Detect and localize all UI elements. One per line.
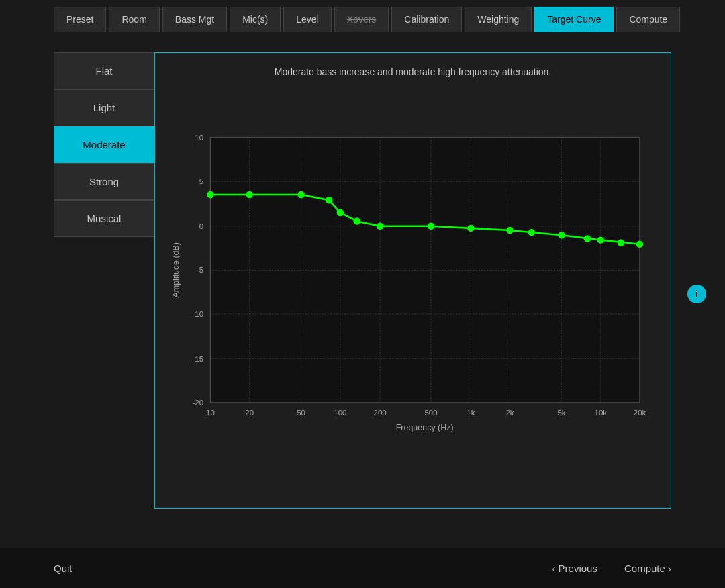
svg-text:Amplitude (dB): Amplitude (dB) (171, 242, 181, 297)
compute-button[interactable]: Compute › (624, 562, 671, 574)
svg-text:50: 50 (297, 409, 305, 417)
sidebar-item-light[interactable]: Light (54, 89, 154, 126)
preset-sidebar: Flat Light Moderate Strong Musical (54, 52, 154, 509)
svg-point-41 (297, 191, 304, 198)
svg-text:100: 100 (334, 409, 346, 417)
svg-point-45 (377, 223, 383, 230)
svg-text:10: 10 (206, 409, 215, 417)
svg-text:20k: 20k (634, 409, 646, 417)
svg-text:Frequency (Hz): Frequency (Hz) (396, 424, 454, 433)
svg-text:20: 20 (245, 409, 254, 417)
svg-text:-10: -10 (192, 310, 203, 318)
nav-tab-bass-mgt[interactable]: Bass Mgt (162, 7, 227, 32)
nav-tab-target-curve[interactable]: Target Curve (534, 7, 614, 32)
svg-point-54 (636, 241, 643, 248)
sidebar-item-strong[interactable]: Strong (54, 163, 154, 200)
quit-button[interactable]: Quit (54, 562, 72, 574)
nav-tab-preset[interactable]: Preset (54, 7, 106, 32)
nav-tab-compute[interactable]: Compute (616, 7, 680, 32)
svg-point-47 (467, 225, 474, 232)
nav-tab-level[interactable]: Level (283, 7, 331, 32)
sidebar-item-flat[interactable]: Flat (54, 52, 154, 89)
chart-wrapper: 10 5 0 -5 -10 -15 -20 Amplitude (dB) 10 … (168, 87, 657, 495)
nav-tab-calibration[interactable]: Calibration (391, 7, 462, 32)
svg-text:-20: -20 (192, 399, 203, 407)
svg-text:-15: -15 (192, 355, 203, 363)
svg-text:-5: -5 (197, 266, 203, 274)
svg-point-53 (618, 240, 624, 246)
previous-button[interactable]: ‹ Previous (552, 562, 597, 574)
nav-tab-room[interactable]: Room (109, 7, 159, 32)
chart-panel: Moderate bass increase and moderate high… (154, 52, 671, 509)
info-button[interactable]: i (687, 285, 706, 303)
nav-tab-weighting[interactable]: Weighting (465, 7, 532, 32)
bottom-bar: Quit ‹ Previous Compute › (0, 548, 725, 588)
chart-description: Moderate bass increase and moderate high… (168, 66, 657, 77)
svg-point-43 (337, 209, 344, 216)
svg-text:5: 5 (199, 177, 203, 185)
svg-text:5k: 5k (557, 409, 565, 417)
svg-point-46 (428, 223, 434, 230)
frequency-chart: 10 5 0 -5 -10 -15 -20 Amplitude (dB) 10 … (168, 87, 657, 495)
svg-point-39 (207, 191, 213, 198)
nav-tab-mics[interactable]: Mic(s) (230, 7, 281, 32)
svg-text:0: 0 (199, 222, 203, 230)
svg-text:10k: 10k (595, 409, 608, 417)
svg-point-42 (326, 197, 332, 203)
sidebar-item-musical[interactable]: Musical (54, 200, 154, 237)
svg-point-51 (584, 235, 591, 242)
svg-point-52 (597, 236, 604, 243)
main-content: Flat Light Moderate Strong Musical Moder… (54, 52, 671, 509)
svg-text:500: 500 (424, 409, 437, 417)
top-navigation: Preset Room Bass Mgt Mic(s) Level Xovers… (0, 0, 725, 39)
svg-text:2k: 2k (506, 409, 514, 417)
svg-text:10: 10 (195, 134, 203, 142)
svg-point-48 (506, 227, 513, 234)
sidebar-item-moderate[interactable]: Moderate (54, 126, 154, 163)
chart-container: 10 5 0 -5 -10 -15 -20 Amplitude (dB) 10 … (168, 87, 657, 495)
svg-point-44 (354, 217, 360, 224)
nav-tab-xovers[interactable]: Xovers (334, 7, 389, 32)
svg-point-40 (246, 191, 252, 198)
svg-text:200: 200 (374, 409, 387, 417)
svg-point-50 (558, 232, 565, 238)
bottom-nav-buttons: ‹ Previous Compute › (552, 562, 671, 574)
svg-point-49 (528, 229, 535, 236)
svg-text:1k: 1k (467, 409, 475, 417)
